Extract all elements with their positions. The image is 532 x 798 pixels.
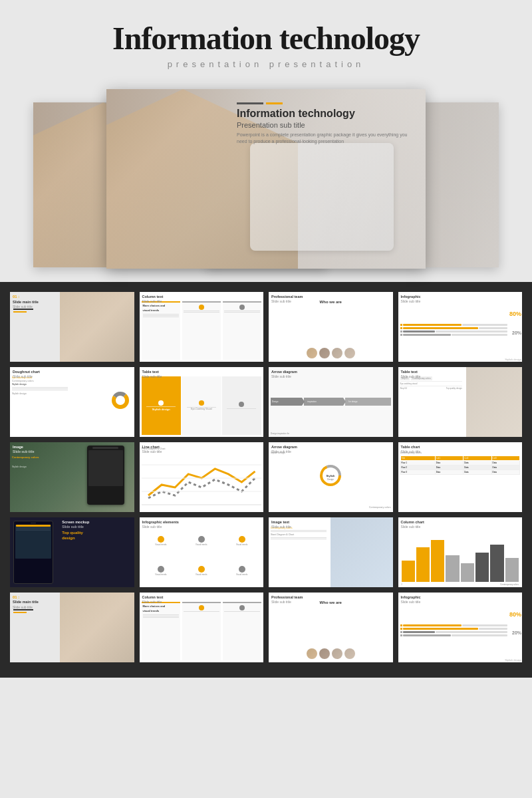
screen-phone [13,521,53,584]
slides-row-2: Doughnut chart Slide sub title Eye-catch… [10,367,522,437]
hero-sub-title: Presentation sub title [237,121,412,129]
slide-7-arrow[interactable]: Arrow diagram Slide sub title Design ins… [269,367,393,437]
slide-9-image[interactable]: Image Slide sub title Contemporary color… [10,442,134,512]
slide-16-column-chart[interactable]: Column chart Slide sub title 0 Contempor… [398,517,523,587]
hero-description: Powerpoint is a complete presentation gr… [237,132,412,145]
svg-text:Design: Design [328,478,334,481]
slide-6[interactable]: Table text Slide sub title Stylish desig… [140,367,264,437]
slide-15-image-text[interactable]: Image text Slide sub title Contemporary … [269,517,393,587]
slide-18[interactable]: Column text Slide sub title More choices… [140,593,264,662]
slide-11-arrow2[interactable]: Arrow diagram Slide sub title Stylish De… [269,442,393,512]
slide-17[interactable]: 01 : Slide main title Slide sub title [10,593,134,662]
page-title: Information technology [13,20,519,57]
slide-5-doughnut[interactable]: Doughnut chart Slide sub title Eye-catch… [10,367,134,437]
page-subtitle: presentation presentation [13,59,519,69]
slide-4[interactable]: Infographic Slide sub title [398,292,523,362]
phone-mockup [87,446,124,505]
slide-1[interactable]: 01 : Slide main title Slide sub title [10,292,134,362]
slide-13-mockup[interactable]: Screen mockup Slide sub title Top qualit… [10,517,134,587]
hero-main-title: Information technology [237,107,412,120]
line-chart-area [142,454,262,509]
slide-10-line-chart[interactable]: Line chart Slide sub title Trend Diagram… [140,442,264,512]
hero-section: technology ntation sub title Information… [0,82,532,282]
slides-row-3: Image Slide sub title Contemporary color… [10,442,522,512]
hero-accent-lines [237,102,412,104]
hero-slide-main: Information technology Presentation sub … [106,89,426,269]
slide-20[interactable]: Infographic Slide sub title [398,593,523,662]
slides-grid: 01 : Slide main title Slide sub title Co… [0,282,532,678]
slide-12-table-chart[interactable]: Table chart Slide sub title Contemporary… [398,442,523,512]
circular-arrow: Stylish Design [317,462,344,491]
svg-point-2 [116,396,124,404]
doughnut-chart [110,390,131,414]
slide-19[interactable]: Professional team Slide sub title Who we… [269,593,393,662]
slides-row-1: 01 : Slide main title Slide sub title Co… [10,292,522,362]
svg-text:Stylish: Stylish [327,474,336,477]
slides-row-4: Screen mockup Slide sub title Top qualit… [10,517,522,587]
slide-3[interactable]: Professional team Slide sub title Who we… [269,292,393,362]
slide-14-infographic[interactable]: Infographic elements Slide sub title Vis… [140,517,264,587]
slide-8[interactable]: Table text Slide sub title Step 01 Conte… [398,367,523,437]
slide-2[interactable]: Column text Slide sub title More choices… [140,292,264,362]
slides-row-5: 01 : Slide main title Slide sub title Co… [10,593,522,662]
page-header: Information technology presentation pres… [0,0,532,82]
column-chart-bars [402,529,519,582]
